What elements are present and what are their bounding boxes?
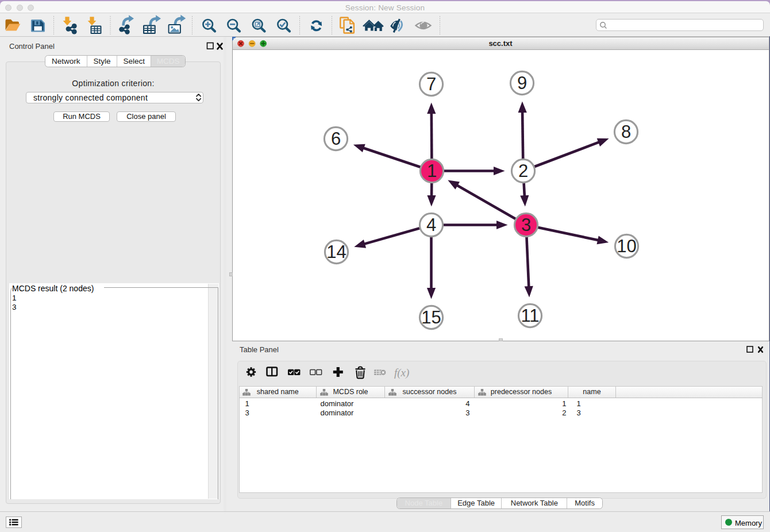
svg-text:10: 10 xyxy=(617,236,636,256)
svg-text:2: 2 xyxy=(518,161,528,181)
svg-text:6: 6 xyxy=(330,129,340,149)
svg-text:4: 4 xyxy=(426,215,436,235)
svg-text:1: 1 xyxy=(426,161,436,181)
svg-text:11: 11 xyxy=(521,306,539,326)
svg-text:f(x): f(x) xyxy=(394,367,409,379)
svg-text:7: 7 xyxy=(426,74,436,94)
svg-text:14: 14 xyxy=(326,242,346,262)
svg-text:15: 15 xyxy=(421,307,441,327)
svg-text:8: 8 xyxy=(621,122,630,142)
svg-text:9: 9 xyxy=(517,73,526,93)
svg-text:3: 3 xyxy=(521,215,530,235)
